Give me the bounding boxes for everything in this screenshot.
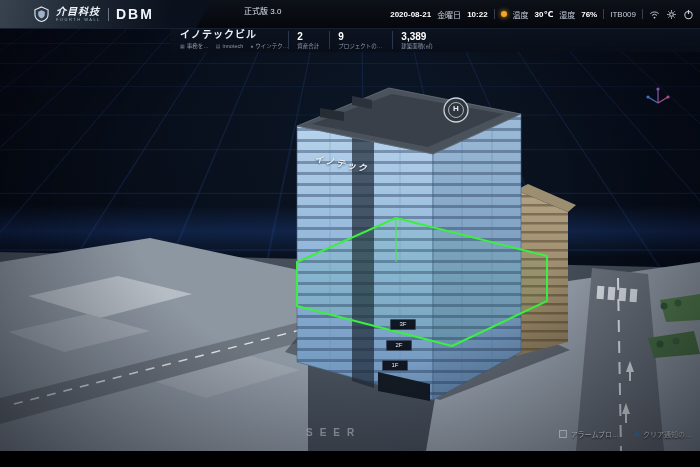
3d-viewport[interactable]: イノテック H 3F2F1F SEER アラームプロ…クリア通知の…: [0, 0, 700, 451]
footer-action-alarm[interactable]: アラームプロ…: [559, 429, 619, 439]
company-name: 介目科技: [56, 7, 101, 17]
building-floor-tag[interactable]: 1F: [382, 360, 408, 371]
stat-block: 3,389建築面積(㎡): [392, 31, 442, 49]
humidity-label: 湿度: [559, 9, 575, 20]
building-meta-label: innotech: [222, 43, 243, 49]
building-floor-tag[interactable]: 3F: [390, 319, 416, 330]
building-title: イノテックビル: [180, 30, 288, 40]
temp-label: 温度: [513, 9, 529, 20]
stat-label: 建築面積(㎡): [401, 43, 432, 49]
wifi-icon[interactable]: [649, 9, 660, 20]
separator: [603, 9, 604, 19]
separator: [642, 9, 643, 19]
logo-divider: [108, 8, 109, 21]
separator: [494, 9, 495, 19]
helipad-label: H: [450, 104, 462, 113]
product-name: DBM: [116, 6, 154, 22]
gear-icon[interactable]: [666, 9, 677, 20]
stat-label: 資産合計: [297, 43, 319, 49]
stat-value: 3,389: [401, 31, 432, 42]
stat-value: 9: [338, 31, 382, 42]
date-label: 2020-08-21: [390, 10, 431, 19]
temp-value: 30℃: [535, 10, 554, 19]
power-icon[interactable]: [683, 9, 694, 20]
brand-shield-icon: [34, 6, 49, 22]
building-meta-item[interactable]: ▦事務を…: [180, 42, 209, 50]
building-icon: ▦: [180, 43, 185, 49]
building-meta-item[interactable]: ●ウインテク…: [250, 42, 288, 50]
flag-icon: [634, 432, 640, 436]
watermark: SEER: [306, 427, 361, 438]
building-meta-label: ウインテク…: [255, 42, 288, 50]
building-stats: 2資産合計9プロジェクトの…3,389建築面積(㎡): [288, 31, 442, 49]
version-label: 正式版 3.0: [244, 5, 281, 16]
user-icon: ●: [250, 43, 253, 49]
checkbox-icon: [559, 430, 567, 438]
stat-value: 2: [297, 31, 319, 42]
humidity-value: 76%: [581, 10, 597, 19]
axis-gizmo-icon[interactable]: [645, 84, 671, 110]
weather-sun-icon: [501, 11, 507, 17]
footer-action-clear[interactable]: クリア通知の…: [635, 429, 692, 439]
stat-block: 2資産合計: [288, 31, 329, 49]
weekday-label: 金曜日: [437, 9, 461, 20]
company-subtitle: FOURTH WALL: [56, 18, 101, 22]
device-id: ITB009: [610, 10, 636, 19]
footer-action-label: アラームプロ…: [571, 429, 619, 439]
city-model: [0, 0, 700, 451]
stat-label: プロジェクトの…: [338, 43, 382, 49]
building-meta-item[interactable]: ▤innotech: [216, 42, 244, 50]
time-label: 10:22: [467, 10, 487, 19]
stat-block: 9プロジェクトの…: [329, 31, 392, 49]
footer-action-label: クリア通知の…: [643, 429, 692, 439]
building-meta-label: 事務を…: [187, 42, 209, 50]
building-header: イノテックビル ▦事務を…▤innotech●ウインテク… 2資産合計9プロジェ…: [170, 28, 700, 52]
logo-block: 介目科技 FOURTH WALL DBM: [0, 0, 212, 28]
building-meta: ▦事務を…▤innotech●ウインテク…: [180, 42, 288, 50]
app-window: イノテック H 3F2F1F SEER アラームプロ…クリア通知の… スペースを…: [0, 0, 700, 467]
topbar-status-group: 2020-08-21 金曜日 10:22 温度 30℃ 湿度 76% ITB00…: [390, 0, 694, 28]
top-bar: 介目科技 FOURTH WALL DBM 正式版 3.0 2020-08-21 …: [0, 0, 700, 29]
letterbox-bar: [0, 451, 700, 467]
scene-footer-actions: アラームプロ…クリア通知の…: [559, 429, 692, 439]
building-floor-tag[interactable]: 2F: [386, 340, 412, 351]
document-icon: ▤: [216, 43, 221, 49]
